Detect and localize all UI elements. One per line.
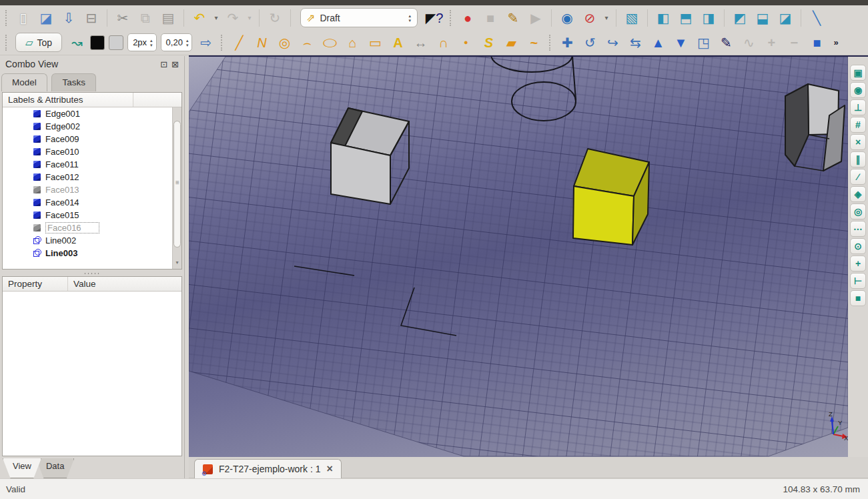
face-color-swatch[interactable] (109, 35, 123, 50)
line-width-spinner[interactable]: 2px▴▾ (127, 33, 156, 51)
view-axonometric-button[interactable]: ▧ (621, 8, 642, 28)
document-tab-close-icon[interactable]: × (327, 463, 333, 475)
open-document-button[interactable]: ◪ (35, 8, 57, 28)
draft-to-sketch-button[interactable]: ■ (806, 33, 827, 53)
workbench-selector[interactable]: ⇗Draft▴▾ (300, 8, 418, 27)
tree-header-label[interactable]: Labels & Attributes (3, 93, 133, 107)
snap-endpoint-button[interactable]: ◉ (850, 82, 866, 98)
snap-near-button[interactable]: ⊙ (850, 238, 866, 254)
draft-edit-button[interactable]: ✎ (715, 33, 737, 53)
scale-spinner[interactable]: 0,20▴▾ (161, 33, 193, 51)
toolbar-overflow-button[interactable]: » (833, 37, 838, 47)
close-panel-icon[interactable]: ⊠ (171, 60, 179, 69)
snap-parallel-button[interactable]: ∥ (850, 151, 866, 167)
snap-center-button[interactable]: ◎ (850, 203, 866, 219)
3d-viewport[interactable]: X Y Z (189, 57, 848, 457)
tree-item-face013[interactable]: Face013 (3, 183, 181, 196)
scale-spinner-arrows[interactable]: ▴▾ (183, 38, 192, 47)
redo-dropdown[interactable]: ▾ (245, 8, 254, 28)
property-column-header[interactable]: Property (3, 277, 68, 291)
draw-style-button[interactable]: ⊘ (579, 8, 600, 28)
tree-item-face012[interactable]: Face012 (3, 171, 181, 183)
snap-perpendicular-button[interactable]: ⊥ (850, 99, 866, 115)
draft-rectangle-button[interactable]: ▭ (364, 33, 386, 53)
snap-intersection-button[interactable]: × (850, 134, 866, 150)
tab-data[interactable]: Data (36, 458, 74, 478)
paste-button[interactable]: ▤ (157, 8, 179, 28)
draft-offset-button[interactable]: ↪ (602, 33, 623, 53)
delete-point-button[interactable]: − (783, 33, 805, 53)
copy-button[interactable]: ⧉ (135, 8, 156, 28)
tree-item-face009[interactable]: Face009 (3, 133, 181, 145)
add-point-button[interactable]: + (761, 33, 782, 53)
measure-distance-button[interactable]: ╲ (806, 8, 827, 28)
draft-bezier-button[interactable]: ~ (523, 33, 544, 53)
draw-style-dropdown[interactable]: ▾ (602, 8, 611, 28)
draft-trimex-button[interactable]: ⇆ (624, 33, 646, 53)
spin-up-icon[interactable]: ▴ (408, 13, 411, 18)
snap-working-plane-button[interactable]: ■ (850, 290, 866, 306)
print-button[interactable]: ⊟ (81, 8, 102, 28)
tree-scrollbar-thumb[interactable] (173, 121, 181, 247)
draft-bspline-button[interactable]: ∩ (432, 33, 454, 53)
spin-up-icon[interactable]: ▴ (186, 38, 189, 43)
draft-arc-button[interactable]: ⌢ (296, 33, 318, 53)
line-color-swatch[interactable] (90, 35, 105, 50)
tree-scrollbar[interactable]: ▾ (172, 107, 181, 269)
tree-item-edge001[interactable]: Edge001 (3, 107, 181, 120)
cut-button[interactable]: ✂ (112, 8, 133, 28)
draft-line-button[interactable]: ╱ (228, 33, 250, 53)
draft-move-button[interactable]: ✚ (556, 33, 578, 53)
draft-circle-button[interactable]: ◎ (274, 33, 295, 53)
view-left-button[interactable]: ◪ (775, 8, 796, 28)
snap-grid-button[interactable]: # (850, 117, 866, 133)
macro-record-button[interactable]: ● (457, 8, 478, 28)
view-right-button[interactable]: ◨ (698, 8, 719, 28)
tree-item-face010[interactable]: Face010 (3, 145, 181, 158)
macro-play-button[interactable]: ▶ (525, 8, 546, 28)
tree-item-face016[interactable]: Face016 (3, 221, 181, 234)
apply-style-button[interactable]: ⇨ (195, 33, 216, 53)
macro-stop-button[interactable]: ■ (480, 8, 501, 28)
spin-up-icon[interactable]: ▴ (150, 38, 153, 43)
fit-all-button[interactable]: ◉ (556, 8, 578, 28)
value-column-header[interactable]: Value (68, 277, 96, 291)
view-bottom-button[interactable]: ⬓ (752, 8, 773, 28)
workbench-selector-arrows[interactable]: ▴▾ (405, 13, 414, 23)
tree-item-line003[interactable]: Line003 (3, 247, 181, 260)
draft-downgrade-button[interactable]: ▼ (670, 33, 691, 53)
draft-dimension-button[interactable]: ↔ (410, 33, 431, 53)
view-top-button[interactable]: ⬒ (675, 8, 697, 28)
view-rear-button[interactable]: ◩ (729, 8, 751, 28)
draft-shapestring-button[interactable]: S (478, 33, 499, 53)
tree-item-line002[interactable]: Line002 (3, 234, 181, 247)
snap-dimensions-button[interactable]: ⊢ (850, 273, 866, 289)
draft-rotate-button[interactable]: ↺ (579, 33, 600, 53)
wire-to-bspline-button[interactable]: ∿ (738, 33, 759, 53)
panel-splitter[interactable] (2, 271, 182, 276)
tree-item-face011[interactable]: Face011 (3, 158, 181, 171)
line-width-spinner-arrows[interactable]: ▴▾ (147, 38, 156, 47)
draft-ellipse-button[interactable]: ◯ (319, 33, 340, 53)
snap-extension-button[interactable]: + (850, 256, 866, 272)
redo-button[interactable]: ↷ (222, 8, 244, 28)
spin-down-icon[interactable]: ▾ (150, 43, 153, 47)
draft-facebinder-button[interactable]: ▰ (500, 33, 522, 53)
float-panel-icon[interactable]: ⊡ (160, 60, 167, 69)
tab-tasks[interactable]: Tasks (51, 73, 96, 91)
tree-scrollbar-down-icon[interactable]: ▾ (173, 260, 181, 269)
macro-edit-button[interactable]: ✎ (502, 8, 524, 28)
document-tab[interactable]: F2-T27-ejemplo-work : 1 × (194, 459, 342, 478)
draft-text-button[interactable]: A (387, 33, 408, 53)
snap-special-button[interactable]: ◈ (850, 186, 866, 202)
tree-item-face014[interactable]: Face014 (3, 196, 181, 209)
spin-down-icon[interactable]: ▾ (408, 18, 411, 23)
undo-dropdown[interactable]: ▾ (211, 8, 221, 28)
view-front-button[interactable]: ◧ (653, 8, 674, 28)
save-button[interactable]: ⇩ (58, 8, 79, 28)
tab-view[interactable]: View (3, 458, 41, 478)
snap-midpoint-button[interactable]: ∕ (850, 169, 866, 185)
refresh-button[interactable]: ↻ (264, 8, 286, 28)
draft-polygon-button[interactable]: ⌂ (342, 33, 363, 53)
draft-upgrade-button[interactable]: ▲ (647, 33, 669, 53)
